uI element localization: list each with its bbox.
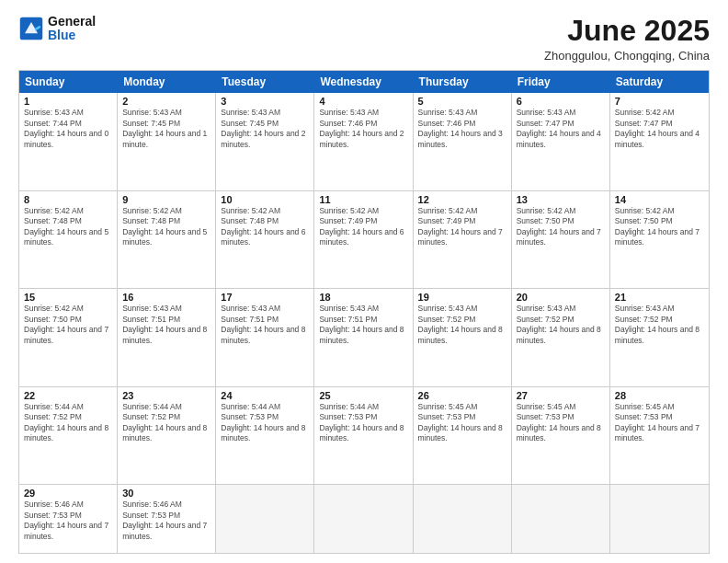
day-3: 3 Sunrise: 5:43 AMSunset: 7:45 PMDayligh… xyxy=(216,93,314,190)
header-monday: Monday xyxy=(118,71,216,93)
header-friday: Friday xyxy=(512,71,610,93)
header-thursday: Thursday xyxy=(414,71,512,93)
calendar-body: 1 Sunrise: 5:43 AMSunset: 7:44 PMDayligh… xyxy=(19,93,709,553)
location: Zhonggulou, Chongqing, China xyxy=(544,49,710,63)
empty-cell-2 xyxy=(314,485,413,553)
day-24: 24 Sunrise: 5:44 AMSunset: 7:53 PMDaylig… xyxy=(216,387,314,484)
day-18: 18 Sunrise: 5:43 AMSunset: 7:51 PMDaylig… xyxy=(314,289,413,385)
day-9: 9 Sunrise: 5:42 AMSunset: 7:48 PMDayligh… xyxy=(118,191,216,288)
title-block: June 2025 Zhonggulou, Chongqing, China xyxy=(544,15,710,63)
day-15: 15 Sunrise: 5:42 AMSunset: 7:50 PMDaylig… xyxy=(19,289,118,385)
month-title: June 2025 xyxy=(544,15,710,47)
page: General Blue June 2025 Zhonggulou, Chong… xyxy=(0,0,728,563)
day-7: 7 Sunrise: 5:42 AMSunset: 7:47 PMDayligh… xyxy=(610,93,709,190)
day-17: 17 Sunrise: 5:43 AMSunset: 7:51 PMDaylig… xyxy=(216,289,314,385)
day-26: 26 Sunrise: 5:45 AMSunset: 7:53 PMDaylig… xyxy=(414,387,512,484)
day-8: 8 Sunrise: 5:42 AMSunset: 7:48 PMDayligh… xyxy=(19,191,118,288)
day-29: 29 Sunrise: 5:46 AMSunset: 7:53 PMDaylig… xyxy=(19,485,118,553)
day-19: 19 Sunrise: 5:43 AMSunset: 7:52 PMDaylig… xyxy=(414,289,512,385)
empty-cell-3 xyxy=(414,485,512,553)
header-sunday: Sunday xyxy=(19,71,118,93)
calendar-header: Sunday Monday Tuesday Wednesday Thursday… xyxy=(19,71,709,93)
calendar: Sunday Monday Tuesday Wednesday Thursday… xyxy=(18,70,710,554)
day-6: 6 Sunrise: 5:43 AMSunset: 7:47 PMDayligh… xyxy=(512,93,610,190)
header-wednesday: Wednesday xyxy=(314,71,413,93)
day-16: 16 Sunrise: 5:43 AMSunset: 7:51 PMDaylig… xyxy=(118,289,216,385)
day-27: 27 Sunrise: 5:45 AMSunset: 7:53 PMDaylig… xyxy=(512,387,610,484)
day-25: 25 Sunrise: 5:44 AMSunset: 7:53 PMDaylig… xyxy=(314,387,413,484)
logo-icon xyxy=(18,16,44,41)
empty-cell-5 xyxy=(610,485,709,553)
day-13: 13 Sunrise: 5:42 AMSunset: 7:50 PMDaylig… xyxy=(512,191,610,288)
week-row-3: 15 Sunrise: 5:42 AMSunset: 7:50 PMDaylig… xyxy=(19,289,709,386)
day-4: 4 Sunrise: 5:43 AMSunset: 7:46 PMDayligh… xyxy=(314,93,413,190)
day-5: 5 Sunrise: 5:43 AMSunset: 7:46 PMDayligh… xyxy=(414,93,512,190)
day-2: 2 Sunrise: 5:43 AMSunset: 7:45 PMDayligh… xyxy=(118,93,216,190)
day-30: 30 Sunrise: 5:46 AMSunset: 7:53 PMDaylig… xyxy=(118,485,216,553)
header-saturday: Saturday xyxy=(610,71,709,93)
header: General Blue June 2025 Zhonggulou, Chong… xyxy=(18,15,710,63)
day-22: 22 Sunrise: 5:44 AMSunset: 7:52 PMDaylig… xyxy=(19,387,118,484)
day-14: 14 Sunrise: 5:42 AMSunset: 7:50 PMDaylig… xyxy=(610,191,709,288)
header-tuesday: Tuesday xyxy=(216,71,314,93)
logo-blue: Blue xyxy=(48,29,96,42)
empty-cell-1 xyxy=(216,485,314,553)
day-11: 11 Sunrise: 5:42 AMSunset: 7:49 PMDaylig… xyxy=(314,191,413,288)
day-21: 21 Sunrise: 5:43 AMSunset: 7:52 PMDaylig… xyxy=(610,289,709,385)
day-10: 10 Sunrise: 5:42 AMSunset: 7:48 PMDaylig… xyxy=(216,191,314,288)
day-12: 12 Sunrise: 5:42 AMSunset: 7:49 PMDaylig… xyxy=(414,191,512,288)
week-row-4: 22 Sunrise: 5:44 AMSunset: 7:52 PMDaylig… xyxy=(19,387,709,485)
day-28: 28 Sunrise: 5:45 AMSunset: 7:53 PMDaylig… xyxy=(610,387,709,484)
empty-cell-4 xyxy=(512,485,610,553)
logo: General Blue xyxy=(18,15,96,43)
week-row-2: 8 Sunrise: 5:42 AMSunset: 7:48 PMDayligh… xyxy=(19,191,709,289)
day-23: 23 Sunrise: 5:44 AMSunset: 7:52 PMDaylig… xyxy=(118,387,216,484)
logo-general: General xyxy=(48,15,96,29)
week-row-5: 29 Sunrise: 5:46 AMSunset: 7:53 PMDaylig… xyxy=(19,485,709,553)
week-row-1: 1 Sunrise: 5:43 AMSunset: 7:44 PMDayligh… xyxy=(19,93,709,190)
day-20: 20 Sunrise: 5:43 AMSunset: 7:52 PMDaylig… xyxy=(512,289,610,385)
day-1: 1 Sunrise: 5:43 AMSunset: 7:44 PMDayligh… xyxy=(19,93,118,190)
